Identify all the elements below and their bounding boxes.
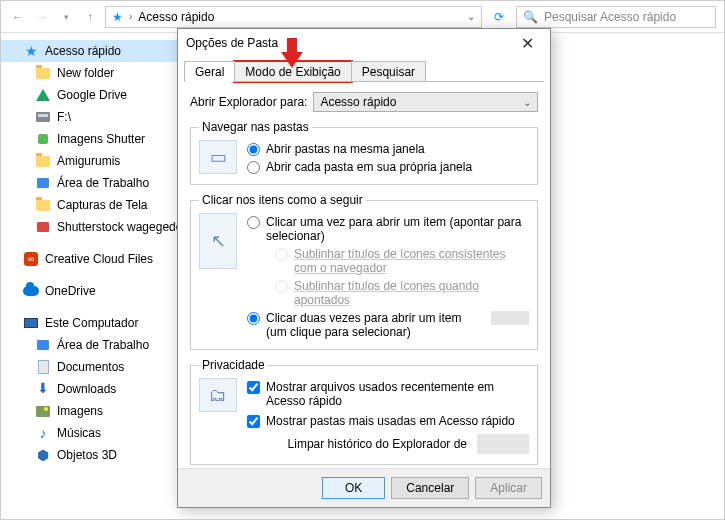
- sidebar-item-label: Amigurumis: [57, 154, 120, 168]
- sidebar-item-label: Imagens Shutter: [57, 132, 145, 146]
- folder-icon: [36, 200, 50, 211]
- sidebar-item[interactable]: Documentos: [1, 356, 201, 378]
- open-explorer-combo[interactable]: Acesso rápido ⌄: [313, 92, 538, 112]
- star-icon: ★: [112, 10, 123, 24]
- sidebar-item[interactable]: Shutterstock wagegedes: [1, 216, 201, 238]
- search-placeholder: Pesquisar Acesso rápido: [544, 10, 676, 24]
- sidebar-item-label: Documentos: [57, 360, 124, 374]
- sidebar-item-label: Músicas: [57, 426, 101, 440]
- dialog-button-row: OK Cancelar Aplicar: [178, 468, 550, 507]
- check-recent-files[interactable]: Mostrar arquivos usados recentemente em …: [247, 380, 529, 408]
- privacy-preview-icon: 🗂: [199, 378, 237, 412]
- chevron-down-icon[interactable]: ⌄: [467, 11, 475, 22]
- up-button[interactable]: ↑: [81, 8, 99, 26]
- sidebar-item[interactable]: ♪Músicas: [1, 422, 201, 444]
- sidebar-item[interactable]: Área de Trabalho: [1, 172, 201, 194]
- sidebar-item[interactable]: Este Computador: [1, 312, 201, 334]
- dialog-panel: Abrir Explorador para: Acesso rápido ⌄ N…: [178, 82, 550, 468]
- radio-own-window[interactable]: Abrir cada pasta em sua própria janela: [247, 160, 472, 174]
- sidebar-item-label: Este Computador: [45, 316, 138, 330]
- browse-preview-icon: ▭: [199, 140, 237, 174]
- objects-3d-icon: ⬢: [37, 447, 49, 463]
- tab-search[interactable]: Pesquisar: [351, 61, 426, 82]
- check-frequent-folders[interactable]: Mostrar pastas mais usadas em Acesso ráp…: [247, 414, 529, 428]
- sidebar-item[interactable]: ⬇Downloads: [1, 378, 201, 400]
- recent-dropdown[interactable]: ▾: [57, 8, 75, 26]
- sidebar-item[interactable]: Imagens: [1, 400, 201, 422]
- open-explorer-label: Abrir Explorador para:: [190, 95, 307, 109]
- browse-folders-legend: Navegar nas pastas: [199, 120, 312, 134]
- search-input[interactable]: 🔍 Pesquisar Acesso rápido: [516, 6, 716, 28]
- music-icon: ♪: [40, 425, 47, 441]
- chevron-down-icon: ⌄: [523, 97, 531, 108]
- grey-bar-icon: [477, 434, 529, 454]
- folder-icon: [36, 68, 50, 79]
- desktop-icon: [37, 178, 49, 188]
- breadcrumb-label: Acesso rápido: [138, 10, 214, 24]
- sidebar-item-label: F:\: [57, 110, 71, 124]
- radio-double-click[interactable]: Clicar duas vezes para abrir um item (um…: [247, 311, 529, 339]
- creative-cloud-icon: ∞: [24, 252, 38, 266]
- sidebar-item[interactable]: ∞Creative Cloud Files: [1, 248, 201, 270]
- tab-strip: Geral Modo de Exibição Pesquisar: [178, 57, 550, 82]
- click-preview-icon: ↖: [199, 213, 237, 269]
- radio-underline-consistent: Sublinhar títulos de ícones consistentes…: [275, 247, 529, 275]
- grey-bar-icon: [491, 311, 529, 325]
- back-button[interactable]: ←: [9, 8, 27, 26]
- sidebar-item-label: Acesso rápido: [45, 44, 121, 58]
- refresh-button[interactable]: ⟳: [488, 6, 510, 28]
- sidebar-item-label: New folder: [57, 66, 114, 80]
- google-drive-icon: [36, 89, 50, 101]
- radio-single-click[interactable]: Clicar uma vez para abrir um item (apont…: [247, 215, 529, 243]
- click-items-group: Clicar nos itens como a seguir ↖ Clicar …: [190, 193, 538, 350]
- sidebar-item[interactable]: OneDrive: [1, 280, 201, 302]
- sidebar-item[interactable]: Capturas de Tela: [1, 194, 201, 216]
- radio-underline-point: Sublinhar títulos de ícones quando apont…: [275, 279, 529, 307]
- onedrive-icon: [23, 286, 39, 296]
- sidebar-item-label: Área de Trabalho: [57, 338, 149, 352]
- sidebar-item-label: Área de Trabalho: [57, 176, 149, 190]
- folder-options-dialog: Opções de Pasta ✕ Geral Modo de Exibição…: [177, 28, 551, 508]
- forward-button[interactable]: →: [33, 8, 51, 26]
- sidebar-item-label: Shutterstock wagegedes: [57, 220, 188, 234]
- sidebar-item-label: Objetos 3D: [57, 448, 117, 462]
- this-pc-icon: [24, 318, 38, 328]
- star-icon: ★: [25, 43, 38, 59]
- apply-button: Aplicar: [475, 477, 542, 499]
- sidebar-item-label: Downloads: [57, 382, 116, 396]
- clear-history-label: Limpar histórico do Explorador de: [288, 437, 467, 451]
- downloads-icon: ⬇: [37, 380, 49, 396]
- sidebar-item[interactable]: ★Acesso rápido: [1, 40, 201, 62]
- folder-icon: [36, 156, 50, 167]
- search-icon: 🔍: [523, 10, 538, 24]
- sidebar-item[interactable]: F:\: [1, 106, 201, 128]
- privacy-group: Privacidade 🗂 Mostrar arquivos usados re…: [190, 358, 538, 465]
- desktop-icon: [37, 340, 49, 350]
- sidebar-item-label: Capturas de Tela: [57, 198, 148, 212]
- navigation-tree: ★Acesso rápidoNew folderGoogle DriveF:\I…: [1, 34, 201, 519]
- red-folder-icon: [37, 222, 49, 232]
- sidebar-item[interactable]: Imagens Shutter: [1, 128, 201, 150]
- sidebar-item[interactable]: Área de Trabalho: [1, 334, 201, 356]
- ok-button[interactable]: OK: [322, 477, 385, 499]
- sidebar-item[interactable]: ⬢Objetos 3D: [1, 444, 201, 466]
- green-folder-icon: [38, 134, 48, 144]
- sidebar-item[interactable]: Google Drive: [1, 84, 201, 106]
- tab-view[interactable]: Modo de Exibição: [234, 61, 351, 82]
- close-icon[interactable]: ✕: [512, 34, 542, 53]
- drive-icon: [36, 112, 50, 122]
- dialog-title: Opções de Pasta: [186, 36, 512, 50]
- browse-folders-group: Navegar nas pastas ▭ Abrir pastas na mes…: [190, 120, 538, 185]
- chevron-right-icon: ›: [129, 11, 132, 22]
- sidebar-item[interactable]: Amigurumis: [1, 150, 201, 172]
- breadcrumb[interactable]: ★ › Acesso rápido ⌄: [105, 6, 482, 28]
- sidebar-item-label: Creative Cloud Files: [45, 252, 153, 266]
- sidebar-item-label: Imagens: [57, 404, 103, 418]
- radio-same-window[interactable]: Abrir pastas na mesma janela: [247, 142, 472, 156]
- sidebar-item[interactable]: New folder: [1, 62, 201, 84]
- tab-general[interactable]: Geral: [184, 61, 235, 82]
- cancel-button[interactable]: Cancelar: [391, 477, 469, 499]
- sidebar-item-label: Google Drive: [57, 88, 127, 102]
- dialog-titlebar[interactable]: Opções de Pasta ✕: [178, 29, 550, 57]
- documents-icon: [38, 360, 49, 374]
